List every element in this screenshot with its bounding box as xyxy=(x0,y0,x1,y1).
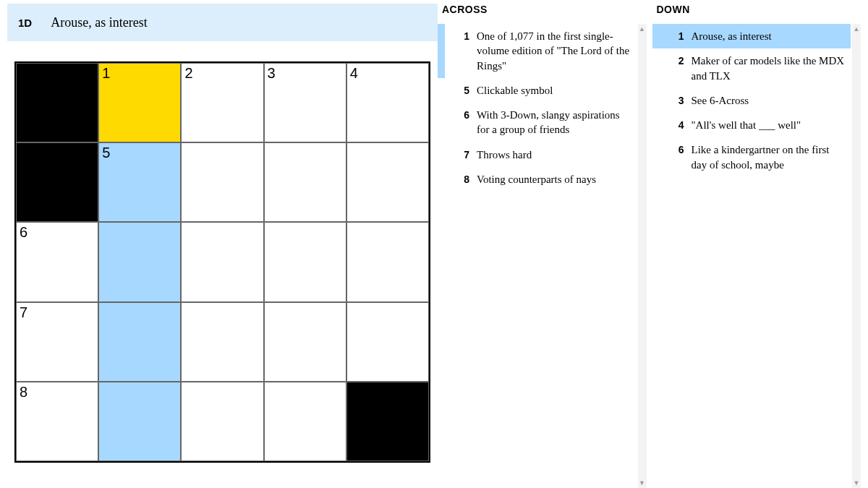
clue-text: "All's well that ___ well" xyxy=(692,118,847,132)
clue-item[interactable]: 3See 6-Across xyxy=(652,88,851,113)
grid-cell[interactable]: 6 xyxy=(16,222,98,301)
grid-cell[interactable] xyxy=(346,302,429,382)
clue-text: Like a kindergartner on the first day of… xyxy=(692,142,847,172)
down-scrollbar[interactable]: ▲ ▼ xyxy=(852,24,861,488)
clue-item[interactable]: 6With 3-Down, slangy aspirations for a g… xyxy=(438,103,637,142)
grid-cell[interactable]: 4 xyxy=(346,63,429,142)
grid-cell[interactable]: 2 xyxy=(181,63,263,142)
grid-cell[interactable] xyxy=(98,222,181,301)
clue-text: Arouse, as interest xyxy=(692,29,847,43)
clue-number: 1 xyxy=(455,29,469,73)
clue-text: Throws hard xyxy=(477,147,632,162)
clue-text: Maker of car models like the MDX and TLX xyxy=(692,53,847,83)
clue-item[interactable]: 4"All's well that ___ well" xyxy=(652,113,851,137)
cell-number: 1 xyxy=(102,65,110,82)
grid-cell[interactable] xyxy=(98,382,181,461)
grid-cell[interactable] xyxy=(264,382,346,461)
grid-cell xyxy=(16,142,98,222)
grid-cell[interactable]: 7 xyxy=(16,302,98,382)
clue-item[interactable]: 1Arouse, as interest xyxy=(652,24,851,48)
grid-cell xyxy=(16,63,98,142)
cell-number: 4 xyxy=(350,65,358,82)
left-panel: 1D Arouse, as interest 12345678 xyxy=(7,0,438,488)
down-clue-list[interactable]: 1Arouse, as interest2Maker of car models… xyxy=(652,24,861,488)
clue-number: 5 xyxy=(455,83,469,98)
clue-item[interactable]: 5Clickable symbol xyxy=(438,78,637,103)
across-clue-list[interactable]: 1One of 1,077 in the first single-volume… xyxy=(438,24,647,488)
clue-number: 2 xyxy=(670,53,684,83)
current-clue-text: Arouse, as interest xyxy=(51,15,147,30)
grid-cell[interactable] xyxy=(264,222,346,301)
grid-cell[interactable]: 8 xyxy=(16,382,98,461)
grid-cell[interactable] xyxy=(181,302,263,382)
across-column: ACROSS 1One of 1,077 in the first single… xyxy=(438,4,647,488)
clue-text: Clickable symbol xyxy=(477,83,632,98)
clue-item[interactable]: 6Like a kindergartner on the first day o… xyxy=(652,137,851,177)
clue-number: 3 xyxy=(670,93,684,108)
across-heading: ACROSS xyxy=(442,4,647,15)
grid-cell[interactable] xyxy=(264,302,346,382)
grid-cell[interactable] xyxy=(181,382,263,461)
scroll-up-icon[interactable]: ▲ xyxy=(638,24,647,34)
down-column: DOWN 1Arouse, as interest2Maker of car m… xyxy=(652,4,861,488)
cell-number: 8 xyxy=(20,384,27,401)
clue-number: 7 xyxy=(455,147,469,162)
clue-number: 8 xyxy=(455,172,469,187)
grid-cell xyxy=(346,382,429,461)
current-clue-id: 1D xyxy=(18,17,32,29)
across-scrollzone: 1One of 1,077 in the first single-volume… xyxy=(438,24,647,488)
grid-cell[interactable] xyxy=(181,222,263,301)
clue-item[interactable]: 7Throws hard xyxy=(438,142,637,167)
clue-number: 6 xyxy=(455,108,469,137)
clue-number: 1 xyxy=(670,29,684,43)
clue-item[interactable]: 2Maker of car models like the MDX and TL… xyxy=(652,48,851,88)
clue-item[interactable]: 8Voting counterparts of nays xyxy=(438,167,637,192)
scroll-down-icon[interactable]: ▼ xyxy=(852,478,861,488)
grid-cell[interactable]: 5 xyxy=(98,142,181,222)
cell-number: 6 xyxy=(20,224,27,241)
grid-cell[interactable]: 3 xyxy=(264,63,346,142)
clue-text: See 6-Across xyxy=(692,93,847,108)
cell-number: 7 xyxy=(20,304,27,321)
grid-cell[interactable] xyxy=(98,302,181,382)
across-scrollbar[interactable]: ▲ ▼ xyxy=(638,24,647,488)
grid-cell[interactable] xyxy=(346,142,429,222)
down-scrollzone: 1Arouse, as interest2Maker of car models… xyxy=(652,24,861,488)
cell-number: 5 xyxy=(102,145,110,161)
clue-text: Voting counterparts of nays xyxy=(477,172,632,187)
grid-cell[interactable] xyxy=(181,142,263,222)
scroll-up-icon[interactable]: ▲ xyxy=(852,24,861,34)
crossword-grid[interactable]: 12345678 xyxy=(14,61,430,463)
crossword-app: 1D Arouse, as interest 12345678 ACROSS 1… xyxy=(0,0,868,488)
cell-number: 3 xyxy=(268,65,276,82)
cell-number: 2 xyxy=(184,65,192,82)
clue-text: With 3-Down, slangy aspirations for a gr… xyxy=(477,108,632,137)
grid-cell[interactable]: 1 xyxy=(98,63,181,142)
grid-cell[interactable] xyxy=(264,142,346,222)
clue-number: 4 xyxy=(670,118,684,132)
clue-item[interactable]: 1One of 1,077 in the first single-volume… xyxy=(438,24,637,78)
clue-number: 6 xyxy=(670,142,684,172)
down-heading: DOWN xyxy=(657,4,861,15)
clue-text: One of 1,077 in the first single-volume … xyxy=(477,29,632,73)
current-clue-bar[interactable]: 1D Arouse, as interest xyxy=(7,4,438,41)
grid-cell[interactable] xyxy=(346,222,429,301)
clue-lists: ACROSS 1One of 1,077 in the first single… xyxy=(438,0,861,488)
scroll-down-icon[interactable]: ▼ xyxy=(638,478,647,488)
